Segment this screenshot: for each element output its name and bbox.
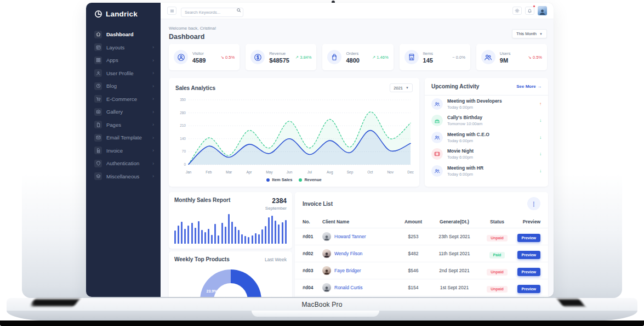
menu-toggle-button[interactable] [167, 7, 176, 15]
sidebar-item-ecommerce[interactable]: E-Commerce › [86, 93, 161, 106]
mail-icon [94, 134, 102, 142]
sidebar-item-label: Dashboard [106, 31, 154, 37]
period-select-value: This Month [516, 31, 537, 36]
client-avatar [322, 232, 331, 241]
client-name-link[interactable]: Ronald Curtis [334, 285, 363, 290]
period-select[interactable]: This Month ▼ [512, 29, 547, 38]
people-icon [431, 165, 443, 177]
sales-bar [204, 232, 206, 244]
donut-hole [214, 283, 248, 297]
client-name-link[interactable]: Faye Bridger [334, 268, 361, 273]
activity-item[interactable]: Meeting with Developers Today 6:00pm ↑ [425, 95, 548, 113]
activity-item[interactable]: Cally's Birthday Tomorrow 10:00am ↓ [425, 113, 548, 130]
sidebar-item-label: Pages [106, 122, 148, 128]
activity-title: Movie Night [447, 148, 535, 154]
sidebar-item-apps[interactable]: Apps › [86, 54, 161, 67]
preview-button[interactable]: Preview [517, 251, 540, 259]
topbar [161, 3, 554, 19]
sidebar-item-pages[interactable]: Pages › [86, 119, 161, 132]
preview-button[interactable]: Preview [517, 268, 540, 276]
stat-card-items[interactable]: Items 145 ~ 0.0% [400, 44, 470, 70]
invoice-date: 1st Sept 2021 [429, 285, 480, 290]
see-more-link[interactable]: See More → [516, 84, 542, 89]
stat-card-users[interactable]: Users 9M ↘ 0.5% [476, 44, 547, 70]
sales-bar [221, 223, 223, 244]
year-select-value: 2021 [394, 86, 403, 91]
search-icon [236, 8, 241, 13]
stat-delta: 0.5% [225, 55, 235, 60]
column-header-date: Generate(Dt.) [429, 219, 480, 224]
dollar-icon [250, 50, 265, 64]
brand-logo[interactable]: Landrick [86, 3, 161, 24]
invoice-date: 23th Sept 2021 [429, 234, 480, 239]
activity-item[interactable]: Movie Night Today 6:00pm ↓ [425, 146, 548, 163]
cart-icon [94, 95, 102, 103]
sales-bar [255, 233, 257, 244]
invoice-date: 11th Sept 2021 [429, 251, 480, 256]
svg-text:0: 0 [184, 162, 186, 166]
topbar-actions [512, 6, 547, 15]
year-select[interactable]: 2021 ▼ [390, 83, 413, 92]
chevron-down-icon: ▼ [539, 32, 543, 36]
sidebar-item-label: Invoice [106, 148, 148, 154]
client-name-link[interactable]: Howard Tanner [334, 234, 366, 239]
arrow-up-icon: ↑ [539, 102, 542, 106]
stat-card-revenue[interactable]: Revenue $48575 ↗ 3.84% [246, 44, 316, 70]
svg-text:Aug: Aug [327, 170, 333, 175]
invoice-table-header: No. Client Name Amount Generate(Dt.) Sta… [295, 215, 548, 228]
users-icon [481, 50, 495, 64]
preview-button[interactable]: Preview [517, 285, 540, 293]
sales-analytics-card: Sales Analytics 2021 ▼ 350280210140700Ja… [169, 78, 419, 187]
stat-value: 9M [500, 57, 524, 64]
status-badge: Unpaid [487, 286, 508, 293]
stat-card-orders[interactable]: Orders 4800 ↗ 1.46% [322, 44, 393, 70]
svg-text:70: 70 [182, 149, 186, 153]
activity-item[interactable]: Meeting with HR Today 6:00pm ↓ [425, 162, 548, 179]
sidebar-item-dashboard[interactable]: Dashboard [86, 28, 161, 41]
user-avatar[interactable] [538, 6, 547, 15]
sales-bar [228, 214, 230, 244]
notification-dot [533, 5, 535, 8]
invoice-amount: $253 [398, 234, 429, 239]
monthly-sales-bar-chart [174, 214, 287, 244]
sidebar-item-gallery[interactable]: Gallery › [86, 105, 161, 119]
preview-button[interactable]: Preview [517, 234, 540, 242]
sidebar-item-email-template[interactable]: Email Template › [86, 131, 161, 144]
more-options-button[interactable]: ⋮ [527, 197, 540, 210]
stat-delta: 3.84% [300, 55, 311, 60]
sales-bar [282, 222, 283, 244]
sidebar-item-authentication[interactable]: Authentication › [86, 157, 161, 170]
svg-text:Jan: Jan [186, 170, 192, 174]
chevron-right-icon: › [152, 58, 154, 63]
activity-item[interactable]: Meeting with C.E.O Today 6:00pm ↓ [425, 129, 548, 146]
svg-text:140: 140 [180, 137, 186, 140]
trend-up-icon: ↗ [295, 55, 300, 60]
sidebar-item-invoice[interactable]: Invoice › [86, 144, 161, 158]
home-icon [94, 31, 102, 38]
sales-bar [178, 226, 179, 244]
invoice-amount: $154 [398, 285, 429, 290]
sidebar-item-user-profile[interactable]: User Profile › [86, 67, 161, 80]
stat-value: 145 [423, 57, 448, 64]
search-box [181, 6, 243, 15]
people-icon [431, 98, 443, 110]
weekly-period-label: Last Week [265, 257, 287, 262]
sidebar-item-blog[interactable]: Blog › [86, 80, 161, 93]
notifications-button[interactable] [525, 7, 534, 15]
chevron-right-icon: › [152, 173, 154, 179]
sales-bar [181, 222, 183, 244]
item-sales-legend-dot [266, 178, 270, 182]
stat-label: Orders [346, 51, 368, 56]
client-name-link[interactable]: Wendy Filson [334, 251, 362, 256]
macbook-base-shadow [0, 321, 644, 326]
chevron-right-icon: › [152, 161, 154, 166]
laptop-shadow [29, 299, 79, 306]
sidebar-item-label: Miscellaneous [106, 173, 148, 179]
sidebar-item-miscellaneous[interactable]: Miscellaneous › [86, 170, 161, 183]
sidebar-item-layouts[interactable]: Layouts › [86, 41, 161, 54]
settings-button[interactable] [512, 7, 522, 15]
invoice-no: #d02 [303, 251, 322, 256]
search-input[interactable] [181, 8, 243, 17]
stat-card-visitor[interactable]: Visitor 4589 ↘ 0.5% [169, 44, 240, 70]
chevron-right-icon: › [152, 83, 154, 89]
